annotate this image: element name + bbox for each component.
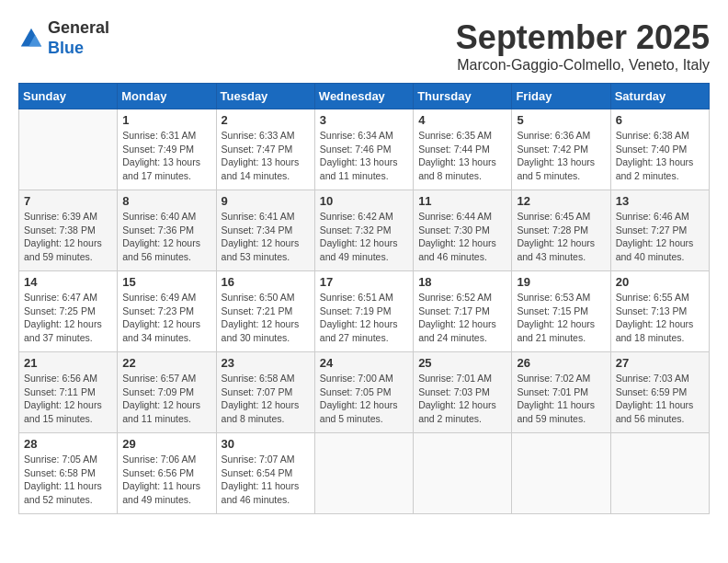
location-title: Marcon-Gaggio-Colmello, Veneto, Italy <box>456 57 710 74</box>
day-info: Sunrise: 6:42 AMSunset: 7:32 PMDaylight:… <box>320 210 408 264</box>
day-number: 5 <box>517 113 605 127</box>
calendar-cell: 7Sunrise: 6:39 AMSunset: 7:38 PMDaylight… <box>19 190 118 271</box>
day-info: Sunrise: 6:49 AMSunset: 7:23 PMDaylight:… <box>122 291 210 345</box>
calendar-cell: 9Sunrise: 6:41 AMSunset: 7:34 PMDaylight… <box>216 190 314 271</box>
day-number: 2 <box>222 113 310 127</box>
day-number: 29 <box>122 437 210 451</box>
calendar-cell: 6Sunrise: 6:38 AMSunset: 7:40 PMDaylight… <box>610 109 709 190</box>
calendar-cell: 11Sunrise: 6:44 AMSunset: 7:30 PMDayligh… <box>414 190 512 271</box>
calendar-cell: 17Sunrise: 6:51 AMSunset: 7:19 PMDayligh… <box>314 271 413 352</box>
month-title: September 2025 <box>456 18 710 57</box>
day-number: 25 <box>418 356 506 370</box>
day-info: Sunrise: 6:41 AMSunset: 7:34 PMDaylight:… <box>222 210 310 264</box>
weekday-header: Monday <box>118 84 216 109</box>
calendar-cell: 26Sunrise: 7:02 AMSunset: 7:01 PMDayligh… <box>512 352 610 433</box>
day-info: Sunrise: 7:03 AMSunset: 6:59 PMDaylight:… <box>616 372 704 426</box>
weekday-header: Tuesday <box>216 84 314 109</box>
weekday-header: Thursday <box>414 84 512 109</box>
day-number: 20 <box>616 275 704 289</box>
day-number: 24 <box>320 356 408 370</box>
day-number: 6 <box>616 113 704 127</box>
day-info: Sunrise: 6:53 AMSunset: 7:15 PMDaylight:… <box>517 291 605 345</box>
day-info: Sunrise: 6:33 AMSunset: 7:47 PMDaylight:… <box>222 129 310 183</box>
day-number: 22 <box>122 356 210 370</box>
calendar-cell: 2Sunrise: 6:33 AMSunset: 7:47 PMDaylight… <box>216 109 314 190</box>
day-number: 28 <box>24 437 112 451</box>
calendar-cell <box>610 433 709 514</box>
day-number: 12 <box>517 194 605 208</box>
day-info: Sunrise: 6:45 AMSunset: 7:28 PMDaylight:… <box>517 210 605 264</box>
calendar-cell <box>414 433 512 514</box>
day-number: 18 <box>418 275 506 289</box>
day-number: 30 <box>222 437 310 451</box>
calendar-cell: 22Sunrise: 6:57 AMSunset: 7:09 PMDayligh… <box>118 352 216 433</box>
calendar-table: SundayMondayTuesdayWednesdayThursdayFrid… <box>18 83 710 514</box>
logo: General Blue <box>18 18 109 58</box>
calendar-cell: 4Sunrise: 6:35 AMSunset: 7:44 PMDaylight… <box>414 109 512 190</box>
day-info: Sunrise: 6:50 AMSunset: 7:21 PMDaylight:… <box>222 291 310 345</box>
calendar-cell: 10Sunrise: 6:42 AMSunset: 7:32 PMDayligh… <box>314 190 413 271</box>
calendar-cell: 28Sunrise: 7:05 AMSunset: 6:58 PMDayligh… <box>19 433 118 514</box>
day-number: 21 <box>24 356 112 370</box>
calendar-cell: 30Sunrise: 7:07 AMSunset: 6:54 PMDayligh… <box>216 433 314 514</box>
day-number: 13 <box>616 194 704 208</box>
day-info: Sunrise: 6:58 AMSunset: 7:07 PMDaylight:… <box>222 372 310 426</box>
day-number: 9 <box>222 194 310 208</box>
day-info: Sunrise: 6:46 AMSunset: 7:27 PMDaylight:… <box>616 210 704 264</box>
day-number: 14 <box>24 275 112 289</box>
day-number: 17 <box>320 275 408 289</box>
calendar-cell: 14Sunrise: 6:47 AMSunset: 7:25 PMDayligh… <box>19 271 118 352</box>
calendar-week-row: 28Sunrise: 7:05 AMSunset: 6:58 PMDayligh… <box>19 433 710 514</box>
day-info: Sunrise: 6:31 AMSunset: 7:49 PMDaylight:… <box>122 129 210 183</box>
logo-line2: Blue <box>48 39 109 59</box>
logo-icon <box>18 26 44 52</box>
day-number: 27 <box>616 356 704 370</box>
calendar-cell: 24Sunrise: 7:00 AMSunset: 7:05 PMDayligh… <box>314 352 413 433</box>
weekday-header: Wednesday <box>314 84 413 109</box>
day-info: Sunrise: 6:36 AMSunset: 7:42 PMDaylight:… <box>517 129 605 183</box>
logo-line1: General <box>48 18 109 39</box>
day-info: Sunrise: 7:07 AMSunset: 6:54 PMDaylight:… <box>222 453 310 507</box>
calendar-week-row: 14Sunrise: 6:47 AMSunset: 7:25 PMDayligh… <box>19 271 710 352</box>
calendar-cell: 5Sunrise: 6:36 AMSunset: 7:42 PMDaylight… <box>512 109 610 190</box>
weekday-header: Friday <box>512 84 610 109</box>
calendar-cell <box>19 109 118 190</box>
day-info: Sunrise: 7:05 AMSunset: 6:58 PMDaylight:… <box>24 453 112 507</box>
calendar-cell: 29Sunrise: 7:06 AMSunset: 6:56 PMDayligh… <box>118 433 216 514</box>
calendar-cell: 12Sunrise: 6:45 AMSunset: 7:28 PMDayligh… <box>512 190 610 271</box>
day-info: Sunrise: 7:06 AMSunset: 6:56 PMDaylight:… <box>122 453 210 507</box>
calendar-cell: 15Sunrise: 6:49 AMSunset: 7:23 PMDayligh… <box>118 271 216 352</box>
day-info: Sunrise: 7:01 AMSunset: 7:03 PMDaylight:… <box>418 372 506 426</box>
day-number: 11 <box>418 194 506 208</box>
day-info: Sunrise: 6:40 AMSunset: 7:36 PMDaylight:… <box>122 210 210 264</box>
day-info: Sunrise: 6:38 AMSunset: 7:40 PMDaylight:… <box>616 129 704 183</box>
weekday-header: Saturday <box>610 84 709 109</box>
calendar-cell: 16Sunrise: 6:50 AMSunset: 7:21 PMDayligh… <box>216 271 314 352</box>
day-number: 1 <box>122 113 210 127</box>
calendar-cell: 8Sunrise: 6:40 AMSunset: 7:36 PMDaylight… <box>118 190 216 271</box>
calendar-cell: 19Sunrise: 6:53 AMSunset: 7:15 PMDayligh… <box>512 271 610 352</box>
day-info: Sunrise: 6:47 AMSunset: 7:25 PMDaylight:… <box>24 291 112 345</box>
day-number: 8 <box>122 194 210 208</box>
day-number: 3 <box>320 113 408 127</box>
day-info: Sunrise: 6:52 AMSunset: 7:17 PMDaylight:… <box>418 291 506 345</box>
day-info: Sunrise: 7:02 AMSunset: 7:01 PMDaylight:… <box>517 372 605 426</box>
day-info: Sunrise: 6:55 AMSunset: 7:13 PMDaylight:… <box>616 291 704 345</box>
title-block: September 2025 Marcon-Gaggio-Colmello, V… <box>456 18 710 74</box>
day-info: Sunrise: 6:57 AMSunset: 7:09 PMDaylight:… <box>122 372 210 426</box>
calendar-cell: 25Sunrise: 7:01 AMSunset: 7:03 PMDayligh… <box>414 352 512 433</box>
day-info: Sunrise: 6:39 AMSunset: 7:38 PMDaylight:… <box>24 210 112 264</box>
calendar-cell: 27Sunrise: 7:03 AMSunset: 6:59 PMDayligh… <box>610 352 709 433</box>
page-header: General Blue September 2025 Marcon-Gaggi… <box>18 18 710 74</box>
calendar-cell: 23Sunrise: 6:58 AMSunset: 7:07 PMDayligh… <box>216 352 314 433</box>
day-number: 10 <box>320 194 408 208</box>
calendar-cell: 20Sunrise: 6:55 AMSunset: 7:13 PMDayligh… <box>610 271 709 352</box>
weekday-header: Sunday <box>19 84 118 109</box>
calendar-cell: 13Sunrise: 6:46 AMSunset: 7:27 PMDayligh… <box>610 190 709 271</box>
calendar-cell: 21Sunrise: 6:56 AMSunset: 7:11 PMDayligh… <box>19 352 118 433</box>
day-number: 15 <box>122 275 210 289</box>
day-info: Sunrise: 6:56 AMSunset: 7:11 PMDaylight:… <box>24 372 112 426</box>
day-number: 23 <box>222 356 310 370</box>
day-info: Sunrise: 6:35 AMSunset: 7:44 PMDaylight:… <box>418 129 506 183</box>
calendar-week-row: 1Sunrise: 6:31 AMSunset: 7:49 PMDaylight… <box>19 109 710 190</box>
